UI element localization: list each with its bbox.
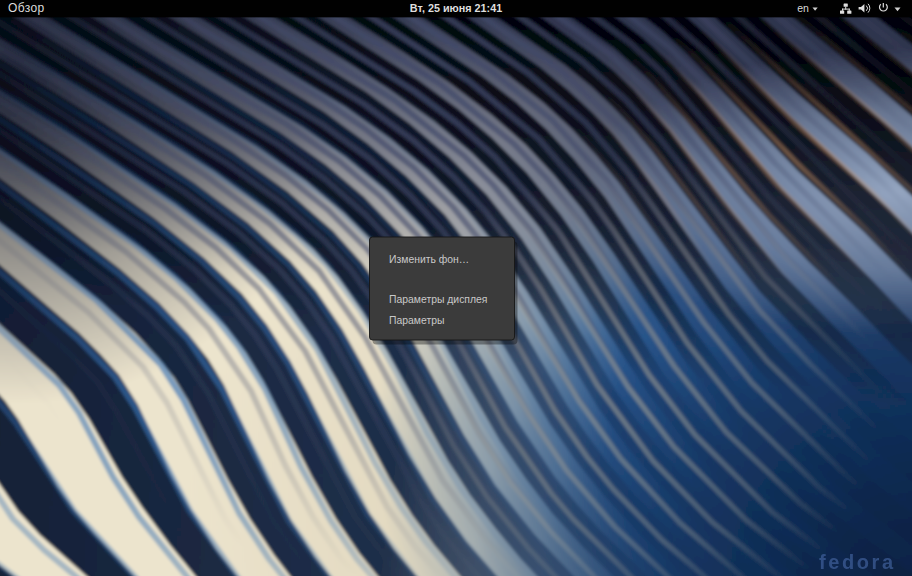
svg-text:Обзор: Обзор <box>8 1 45 15</box>
svg-text:Параметры: Параметры <box>389 315 444 326</box>
svg-text:Вт, 25 июня 21:41: Вт, 25 июня 21:41 <box>410 2 502 14</box>
svg-text:Изменить фон…: Изменить фон… <box>389 254 469 265</box>
svg-text:Параметры дисплея: Параметры дисплея <box>389 294 487 305</box>
svg-text:en: en <box>797 2 809 14</box>
svg-text:fedora: fedora <box>819 551 896 573</box>
